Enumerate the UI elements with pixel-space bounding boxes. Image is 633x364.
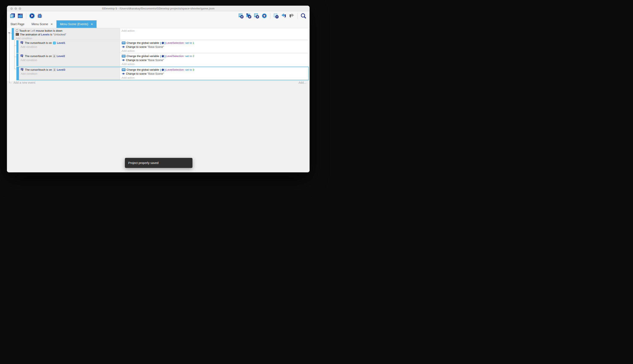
actions-cell[interactable]: Var Change the global variable { } Level… xyxy=(120,67,308,80)
tree-line xyxy=(14,69,16,69)
global-variable-icon: } xyxy=(165,41,166,44)
project-manager-icon[interactable] xyxy=(10,13,15,19)
global-variable-icon: { xyxy=(160,54,161,58)
add-comment-icon[interactable] xyxy=(254,13,259,19)
traffic-light-close[interactable] xyxy=(10,7,13,10)
add-action-button[interactable]: Add action xyxy=(122,49,308,53)
action-set-variable[interactable]: Var Change the global variable { } Level… xyxy=(122,68,308,72)
global-variable-icon: { xyxy=(160,68,161,71)
event-level2: The cursor/touch is on Level2 Add condit… xyxy=(16,54,309,66)
locked-level-icon xyxy=(53,55,56,58)
variable-icon: Var xyxy=(122,68,126,71)
undo-icon[interactable] xyxy=(281,13,287,19)
add-circle-icon[interactable] xyxy=(261,13,267,19)
event-highlight-bar[interactable] xyxy=(17,67,19,80)
add-new-event-button[interactable]: Add a new event xyxy=(14,81,35,84)
traffic-light-minimize[interactable] xyxy=(15,7,17,10)
toolbar-right-group xyxy=(238,13,309,19)
change-scene-icon xyxy=(122,59,125,62)
locked-level-icon xyxy=(53,68,56,71)
scene-editor-icon[interactable] xyxy=(18,13,23,19)
change-scene-icon xyxy=(122,46,125,48)
add-event-icon[interactable] xyxy=(238,13,244,19)
add-condition-button[interactable]: Add condition xyxy=(21,72,120,76)
event-main: Touch or Left mouse button is down The a… xyxy=(12,28,309,40)
tree-line xyxy=(14,45,16,46)
main-toolbar xyxy=(7,11,309,20)
animation-icon xyxy=(16,33,19,36)
cursor-on-object-icon xyxy=(21,68,24,71)
action-change-scene[interactable]: Change to scene "Base Scene" xyxy=(122,45,308,49)
add-condition-button[interactable]: Add condition xyxy=(16,36,120,40)
condition-mouse-down[interactable]: Touch or Left mouse button is down xyxy=(16,29,120,32)
traffic-light-zoom[interactable] xyxy=(19,7,21,10)
global-variable-icon: { xyxy=(160,41,161,44)
action-set-variable[interactable]: Var Change the global variable { } Level… xyxy=(122,41,308,45)
condition-cursor-on[interactable]: The cursor/touch is on Level3 xyxy=(21,68,120,72)
add-action-button[interactable]: Add action xyxy=(122,62,308,66)
window-controls xyxy=(10,7,21,10)
tree-line xyxy=(14,57,16,57)
tab-start-page[interactable]: Start Page xyxy=(7,20,28,28)
search-icon[interactable] xyxy=(300,13,306,19)
toast-notification: Project properly saved xyxy=(125,158,192,168)
variable-icon: Var xyxy=(122,42,126,44)
close-icon[interactable]: ✕ xyxy=(91,23,93,26)
mouse-icon xyxy=(16,29,18,32)
collapse-arrow-icon[interactable] xyxy=(8,32,10,34)
event-level3-selected: The cursor/touch is on Level3 Add condit… xyxy=(16,67,309,80)
condition-cursor-on[interactable]: The cursor/touch is on 1 Level1 xyxy=(21,41,120,45)
delete-selected-icon[interactable] xyxy=(273,13,279,19)
add-condition-button[interactable]: Add condition xyxy=(21,45,120,49)
conditions-cell[interactable]: Touch or Left mouse button is down The a… xyxy=(14,28,120,40)
conditions-cell[interactable]: The cursor/touch is on Level3 Add condit… xyxy=(19,67,120,80)
globe-icon xyxy=(162,55,164,58)
cursor-on-object-icon xyxy=(21,54,24,58)
action-set-variable[interactable]: Var Change the global variable { } Level… xyxy=(122,54,308,58)
add-more-button[interactable]: Add... xyxy=(298,81,306,84)
variable-icon: Var xyxy=(122,55,126,58)
tree-line xyxy=(14,40,15,69)
tree-line xyxy=(9,34,10,83)
event-level1: The cursor/touch is on 1 Level1 Add cond… xyxy=(16,40,309,53)
globe-icon xyxy=(162,68,164,71)
action-change-scene[interactable]: Change to scene "Base Scene" xyxy=(122,72,308,76)
add-action-button[interactable]: Add action xyxy=(122,29,308,32)
events-sheet: Touch or Left mouse button is down The a… xyxy=(7,28,309,172)
condition-cursor-on[interactable]: The cursor/touch is on Level2 xyxy=(21,54,120,58)
tab-label: Menu Scene xyxy=(32,22,48,26)
play-icon[interactable] xyxy=(29,13,35,19)
actions-cell[interactable]: Var Change the global variable { } Level… xyxy=(120,40,309,53)
level1-icon: 1 xyxy=(53,42,56,44)
toast-message: Project properly saved xyxy=(128,161,158,164)
window-title: GDevelop 5 - /Users/dkarakay/Documents/G… xyxy=(7,6,309,11)
close-icon[interactable]: ✕ xyxy=(51,23,53,26)
tab-menu-scene[interactable]: Menu Scene ✕ xyxy=(28,20,57,28)
add-action-button[interactable]: Add action xyxy=(122,76,308,80)
redo-icon[interactable] xyxy=(289,13,294,19)
title-bar: GDevelop 5 - /Users/dkarakay/Documents/G… xyxy=(7,6,309,11)
tab-label: Menu Scene (Events) xyxy=(60,22,88,26)
tab-menu-scene-events[interactable]: Menu Scene (Events) ✕ xyxy=(57,20,97,28)
actions-cell[interactable]: Var Change the global variable { } Level… xyxy=(120,54,309,66)
tree-line xyxy=(9,83,12,83)
global-variable-icon: } xyxy=(165,68,166,71)
toolbar-divider xyxy=(26,13,26,19)
event-highlight-bar[interactable] xyxy=(16,54,19,66)
add-subevent-icon[interactable] xyxy=(246,13,252,19)
globe-icon xyxy=(162,42,164,44)
add-condition-button[interactable]: Add condition xyxy=(21,58,120,62)
cursor-on-object-icon xyxy=(21,41,24,44)
action-change-scene[interactable]: Change to scene "Base Scene" xyxy=(122,58,308,62)
conditions-cell[interactable]: The cursor/touch is on 1 Level1 Add cond… xyxy=(19,40,120,53)
change-scene-icon xyxy=(122,72,125,75)
debug-icon[interactable] xyxy=(37,13,43,19)
event-highlight-bar[interactable] xyxy=(16,40,19,53)
actions-cell[interactable]: Add action xyxy=(120,28,309,40)
toolbar-left-group xyxy=(7,13,43,19)
tab-label: Start Page xyxy=(11,22,24,26)
conditions-cell[interactable]: The cursor/touch is on Level2 Add condit… xyxy=(19,54,120,66)
condition-animation[interactable]: The animation of Levels is "Unlocked" xyxy=(16,32,120,36)
toolbar-divider xyxy=(297,13,298,19)
event-highlight-bar[interactable] xyxy=(12,28,14,40)
